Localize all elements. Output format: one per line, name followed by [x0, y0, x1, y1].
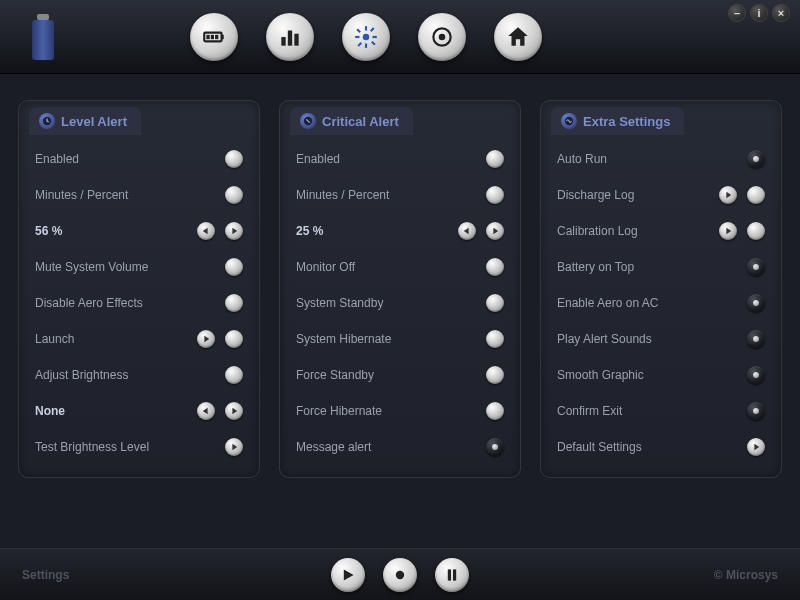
svg-rect-2 — [206, 34, 209, 38]
toggle-knob[interactable] — [225, 186, 243, 204]
setting-row: Force Standby — [280, 357, 520, 393]
setting-row: Test Brightness Level — [19, 429, 259, 465]
row-controls — [486, 294, 504, 312]
setting-row: System Standby — [280, 285, 520, 321]
radio-knob[interactable] — [747, 402, 765, 420]
nav-battery-button[interactable] — [190, 13, 238, 61]
toggle-knob[interactable] — [486, 186, 504, 204]
toggle-knob[interactable] — [486, 150, 504, 168]
action-button[interactable] — [719, 186, 737, 204]
panel-level-alert: Level AlertEnabledMinutes / Percent56 %M… — [18, 100, 260, 478]
svg-rect-15 — [370, 27, 375, 32]
setting-row: Confirm Exit — [541, 393, 781, 429]
row-controls — [719, 186, 765, 204]
action-button[interactable] — [225, 438, 243, 456]
radio-knob[interactable] — [747, 366, 765, 384]
row-controls — [225, 294, 243, 312]
nav-settings-button[interactable] — [342, 13, 390, 61]
svg-rect-7 — [294, 33, 298, 45]
setting-row: Play Alert Sounds — [541, 321, 781, 357]
footer-play-button[interactable] — [331, 558, 365, 592]
decrease-button[interactable] — [197, 222, 215, 240]
increase-button[interactable] — [486, 222, 504, 240]
footer-pause-button[interactable] — [435, 558, 469, 592]
nav-stats-button[interactable] — [266, 13, 314, 61]
svg-rect-24 — [453, 569, 456, 580]
action-button[interactable] — [197, 330, 215, 348]
row-controls — [747, 366, 765, 384]
radio-knob[interactable] — [747, 294, 765, 312]
panel-tab: Extra Settings — [551, 107, 684, 135]
action-button[interactable] — [719, 222, 737, 240]
decrease-button[interactable] — [197, 402, 215, 420]
increase-button[interactable] — [225, 402, 243, 420]
setting-row: Adjust Brightness — [19, 357, 259, 393]
svg-rect-12 — [373, 35, 377, 37]
nav-buttons — [190, 13, 542, 61]
toggle-knob[interactable] — [486, 294, 504, 312]
toggle-knob[interactable] — [486, 366, 504, 384]
toggle-knob[interactable] — [486, 402, 504, 420]
toggle-knob[interactable] — [486, 258, 504, 276]
row-label: Disable Aero Effects — [35, 296, 143, 310]
row-controls — [225, 366, 243, 384]
setting-row: 25 % — [280, 213, 520, 249]
panel-extra-settings: Extra SettingsAuto RunDischarge LogCalib… — [540, 100, 782, 478]
toggle-knob[interactable] — [225, 258, 243, 276]
setting-row: Launch — [19, 321, 259, 357]
setting-row: Enable Aero on AC — [541, 285, 781, 321]
row-controls — [225, 258, 243, 276]
toggle-knob[interactable] — [225, 366, 243, 384]
row-label: Adjust Brightness — [35, 368, 128, 382]
radio-knob[interactable] — [486, 438, 504, 456]
panel-title: Extra Settings — [583, 114, 670, 129]
toggle-knob[interactable] — [747, 186, 765, 204]
svg-point-22 — [396, 570, 404, 578]
row-controls — [747, 294, 765, 312]
toggle-knob[interactable] — [225, 150, 243, 168]
radio-knob[interactable] — [747, 258, 765, 276]
decrease-button[interactable] — [458, 222, 476, 240]
setting-row: Auto Run — [541, 141, 781, 177]
setting-row: Enabled — [280, 141, 520, 177]
action-button[interactable] — [747, 438, 765, 456]
radio-knob[interactable] — [747, 150, 765, 168]
nav-target-button[interactable] — [418, 13, 466, 61]
row-label: Launch — [35, 332, 74, 346]
setting-row: Calibration Log — [541, 213, 781, 249]
setting-row: Minutes / Percent — [280, 177, 520, 213]
svg-rect-3 — [211, 34, 214, 38]
battery-icon — [32, 14, 54, 60]
toggle-knob[interactable] — [747, 222, 765, 240]
row-controls — [719, 222, 765, 240]
info-button[interactable]: i — [750, 4, 768, 22]
close-button[interactable]: × — [772, 4, 790, 22]
setting-row: Smooth Graphic — [541, 357, 781, 393]
row-label: Enabled — [296, 152, 340, 166]
row-controls — [486, 438, 504, 456]
topbar: – i × — [0, 0, 800, 74]
increase-button[interactable] — [225, 222, 243, 240]
row-controls — [486, 258, 504, 276]
minimize-button[interactable]: – — [728, 4, 746, 22]
row-label: Battery on Top — [557, 260, 634, 274]
footer-record-button[interactable] — [383, 558, 417, 592]
radio-knob[interactable] — [747, 330, 765, 348]
row-controls — [486, 150, 504, 168]
toggle-knob[interactable] — [225, 294, 243, 312]
row-label: System Hibernate — [296, 332, 391, 346]
row-label: Enable Aero on AC — [557, 296, 658, 310]
panel-title: Critical Alert — [322, 114, 399, 129]
setting-row: Battery on Top — [541, 249, 781, 285]
svg-rect-1 — [222, 34, 224, 38]
svg-rect-14 — [371, 40, 376, 45]
row-label: Monitor Off — [296, 260, 355, 274]
toggle-knob[interactable] — [225, 330, 243, 348]
toggle-knob[interactable] — [486, 330, 504, 348]
row-controls — [486, 366, 504, 384]
svg-rect-6 — [288, 30, 292, 45]
setting-row: Force Hibernate — [280, 393, 520, 429]
nav-home-button[interactable] — [494, 13, 542, 61]
critical-tab-icon — [300, 113, 316, 129]
svg-rect-9 — [365, 26, 367, 30]
